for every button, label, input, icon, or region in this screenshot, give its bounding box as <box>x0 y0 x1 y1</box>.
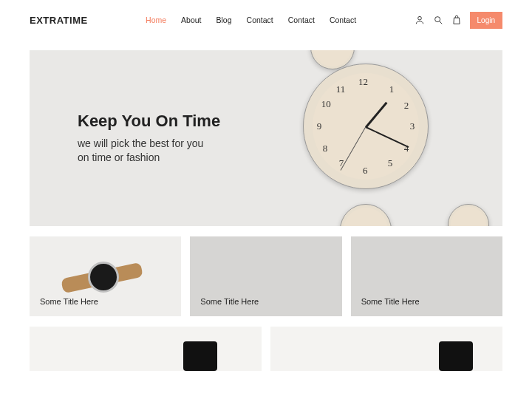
svg-line-2 <box>439 21 442 24</box>
brand-logo[interactable]: EXTRATIME <box>30 15 88 26</box>
nav-contact[interactable]: Contact <box>247 16 273 24</box>
search-icon[interactable] <box>433 15 443 25</box>
product-row <box>30 327 502 371</box>
hero-subtitle: we will pick the best for you on time or… <box>78 137 220 165</box>
feature-card[interactable]: Some Title Here <box>30 236 181 316</box>
header: EXTRATIME Home About Blog Contact Contac… <box>30 0 502 40</box>
hero-sub-line2: on time or fashion <box>78 151 220 165</box>
nav: Home About Blog Contact Contact Contact <box>146 16 356 24</box>
hero-sub-line1: we will pick the best for you <box>78 137 220 151</box>
clock-decor-icon <box>340 204 392 226</box>
watch-icon <box>61 251 143 303</box>
feature-card[interactable]: Some Title Here <box>351 236 502 316</box>
header-actions: Login <box>415 12 502 29</box>
user-icon[interactable] <box>415 15 425 25</box>
svg-point-1 <box>434 17 440 22</box>
card-title: Some Title Here <box>361 297 420 306</box>
hero-text: Keep You On Time we will pick the best f… <box>30 112 220 165</box>
clock-decor-icon <box>448 204 489 226</box>
nav-contact-3[interactable]: Contact <box>330 16 356 24</box>
card-title: Some Title Here <box>40 297 98 306</box>
product-card[interactable] <box>30 327 262 371</box>
card-title: Some Title Here <box>200 297 259 306</box>
product-card[interactable] <box>270 327 502 371</box>
nav-contact-2[interactable]: Contact <box>288 16 315 24</box>
hero: Keep You On Time we will pick the best f… <box>30 50 502 226</box>
bag-icon[interactable] <box>451 15 462 25</box>
nav-blog[interactable]: Blog <box>216 16 232 24</box>
feature-card[interactable]: Some Title Here <box>190 236 341 316</box>
clock-main-icon: 12 3 6 9 1 2 4 5 7 8 10 11 <box>303 64 429 189</box>
hero-title: Keep You On Time <box>78 112 220 131</box>
login-button[interactable]: Login <box>470 12 502 29</box>
nav-about[interactable]: About <box>181 16 201 24</box>
feature-cards: Some Title Here Some Title Here Some Tit… <box>30 236 502 316</box>
nav-home[interactable]: Home <box>146 16 166 24</box>
watch-icon <box>439 341 473 371</box>
svg-point-0 <box>417 16 421 20</box>
watch-icon <box>183 341 217 371</box>
